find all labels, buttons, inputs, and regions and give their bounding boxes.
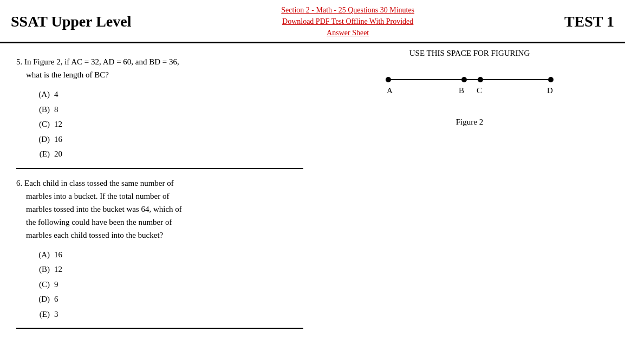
figuring-column: USE THIS SPACE FOR FIGURING A B bbox=[314, 43, 625, 334]
question-5-block: 5. In Figure 2, if AC = 32, AD = 60, and… bbox=[16, 49, 303, 169]
question-6-block: 6. Each child in class tossed the same n… bbox=[16, 169, 303, 329]
svg-text:B: B bbox=[459, 86, 464, 95]
choice-value-c: 12 bbox=[54, 118, 62, 132]
questions-column: 5. In Figure 2, if AC = 32, AD = 60, and… bbox=[0, 43, 314, 334]
q6-choice-value-e: 3 bbox=[54, 308, 58, 322]
list-item: (D) 6 bbox=[32, 292, 303, 307]
choice-letter-b: (B) bbox=[32, 103, 54, 117]
question-6-number: 6. bbox=[16, 179, 22, 187]
choice-letter-d: (D) bbox=[32, 133, 54, 147]
list-item: (B) 8 bbox=[32, 103, 303, 117]
svg-point-2 bbox=[461, 77, 467, 82]
question-5-text: 5. In Figure 2, if AC = 32, AD = 60, and… bbox=[16, 55, 303, 81]
list-item: (A) 4 bbox=[32, 88, 303, 102]
figure-2-area: A B C D Figure 2 bbox=[325, 69, 614, 127]
list-item: (B) 12 bbox=[32, 263, 303, 277]
question-6-line3: marbles tossed into the bucket was 64, w… bbox=[26, 205, 182, 213]
header-center: Section 2 - Math - 25 Questions 30 Minut… bbox=[131, 4, 564, 38]
q6-choice-letter-d: (D) bbox=[32, 292, 54, 307]
list-item: (A) 16 bbox=[32, 248, 303, 262]
choice-value-e: 20 bbox=[54, 147, 62, 161]
svg-text:A: A bbox=[387, 86, 393, 95]
svg-point-3 bbox=[478, 77, 483, 82]
list-item: (E) 20 bbox=[32, 147, 303, 161]
svg-point-1 bbox=[386, 77, 391, 82]
header: SSAT Upper Level Section 2 - Math - 25 Q… bbox=[0, 0, 625, 43]
q6-choice-value-a: 16 bbox=[54, 248, 62, 262]
choice-letter-a: (A) bbox=[32, 88, 54, 102]
list-item: (C) 12 bbox=[32, 118, 303, 132]
q6-choice-letter-b: (B) bbox=[32, 263, 54, 277]
svg-text:D: D bbox=[547, 86, 553, 95]
svg-point-4 bbox=[548, 77, 554, 82]
q6-choice-value-b: 12 bbox=[54, 263, 62, 277]
number-line-svg: A B C D bbox=[377, 69, 562, 101]
choice-value-d: 16 bbox=[54, 133, 62, 147]
question-6-line1: Each child in class tossed the same numb… bbox=[24, 179, 174, 187]
question-5-line1: In Figure 2, if AC = 32, AD = 60, and BD… bbox=[24, 57, 179, 66]
page: SSAT Upper Level Section 2 - Math - 25 Q… bbox=[0, 0, 625, 364]
question-5-choices: (A) 4 (B) 8 (C) 12 (D) 16 bbox=[32, 88, 303, 161]
list-item: (E) 3 bbox=[32, 308, 303, 322]
question-6-line2: marbles into a bucket. If the total numb… bbox=[26, 192, 170, 200]
q6-choice-letter-a: (A) bbox=[32, 248, 54, 262]
question-6-line4: the following could have been the number… bbox=[26, 218, 172, 226]
question-6-text: 6. Each child in class tossed the same n… bbox=[16, 177, 303, 242]
q6-choice-value-c: 9 bbox=[54, 278, 58, 292]
question-6-choices: (A) 16 (B) 12 (C) 9 (D) 6 bbox=[32, 248, 303, 322]
choice-value-b: 8 bbox=[54, 103, 58, 117]
test-label: TEST 1 bbox=[564, 13, 614, 30]
svg-text:C: C bbox=[477, 86, 482, 95]
list-item: (C) 9 bbox=[32, 278, 303, 292]
list-item: (D) 16 bbox=[32, 133, 303, 147]
question-5-line2: what is the length of BC? bbox=[26, 70, 109, 79]
page-title: SSAT Upper Level bbox=[11, 13, 131, 30]
choice-letter-c: (C) bbox=[32, 118, 54, 132]
figuring-label: USE THIS SPACE FOR FIGURING bbox=[325, 49, 614, 58]
pdf-download-link[interactable]: Section 2 - Math - 25 Questions 30 Minut… bbox=[281, 6, 414, 37]
choice-letter-e: (E) bbox=[32, 147, 54, 161]
figure-2-label: Figure 2 bbox=[456, 118, 483, 127]
q6-choice-letter-c: (C) bbox=[32, 278, 54, 292]
q6-choice-letter-e: (E) bbox=[32, 308, 54, 322]
question-6-line5: marbles each child tossed into the bucke… bbox=[26, 231, 163, 239]
choice-value-a: 4 bbox=[54, 88, 58, 102]
main-content: 5. In Figure 2, if AC = 32, AD = 60, and… bbox=[0, 43, 625, 334]
q6-choice-value-d: 6 bbox=[54, 292, 58, 307]
question-5-number: 5. bbox=[16, 57, 22, 66]
